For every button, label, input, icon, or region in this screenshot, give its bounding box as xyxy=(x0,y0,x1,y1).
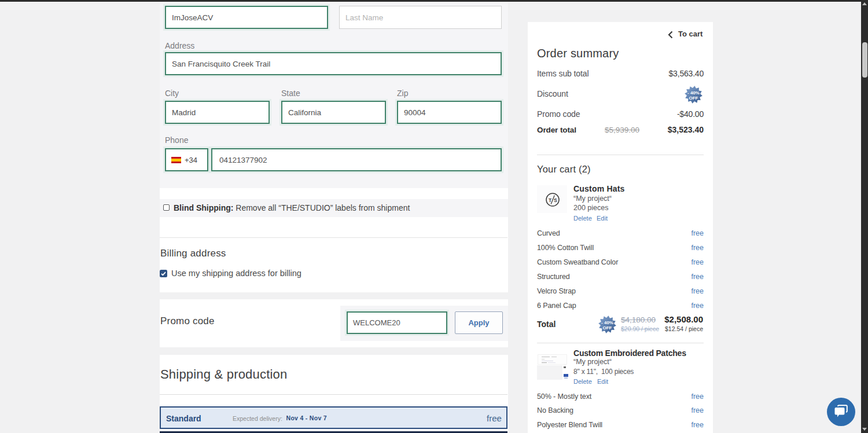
svg-text:- 40%: - 40% xyxy=(601,320,613,325)
svg-text:OFF: OFF xyxy=(603,325,612,331)
svg-text:S: S xyxy=(554,197,557,203)
svg-text:- 40%: - 40% xyxy=(687,90,700,95)
svg-text:OFF: OFF xyxy=(689,96,698,101)
